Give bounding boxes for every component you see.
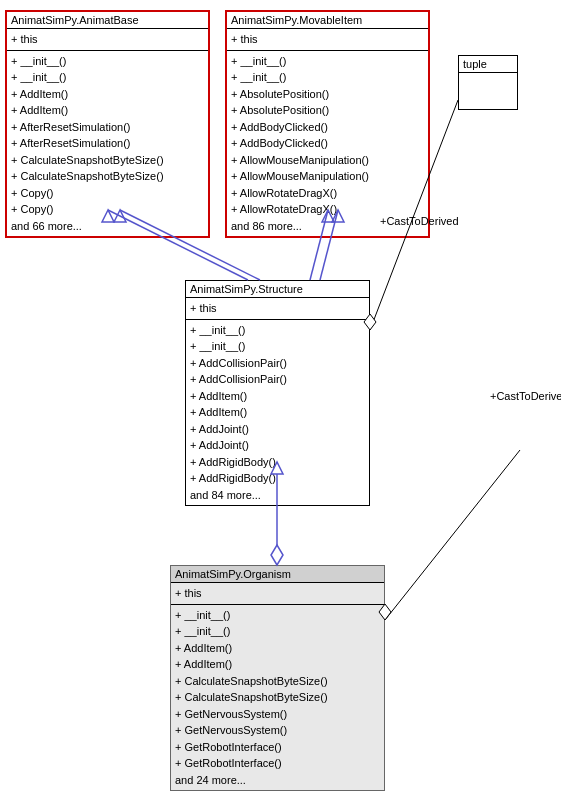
animatbase-title: AnimatSimPy.AnimatBase (7, 12, 208, 29)
organism-title: AnimatSimPy.Organism (171, 566, 384, 583)
structure-title: AnimatSimPy.Structure (186, 281, 369, 298)
organism-box: AnimatSimPy.Organism + this + __init__()… (170, 565, 385, 791)
structure-methods: + __init__() + __init__() + AddCollision… (186, 320, 369, 506)
diagram-container: AnimatSimPy.AnimatBase + this + __init__… (0, 0, 561, 795)
tuple-box: tuple (458, 55, 518, 110)
movableitem-box: AnimatSimPy.MovableItem + this + __init_… (225, 10, 430, 238)
animatbase-box: AnimatSimPy.AnimatBase + this + __init__… (5, 10, 210, 238)
organism-methods: + __init__() + __init__() + AddItem() + … (171, 605, 384, 791)
animatbase-methods: + __init__() + __init__() + AddItem() + … (7, 51, 208, 237)
movableitem-methods: + __init__() + __init__() + AbsolutePosi… (227, 51, 428, 237)
movableitem-title: AnimatSimPy.MovableItem (227, 12, 428, 29)
svg-marker-11 (271, 545, 283, 565)
structure-box: AnimatSimPy.Structure + this + __init__(… (185, 280, 370, 506)
structure-this: + this (186, 298, 369, 320)
svg-line-14 (385, 450, 520, 620)
tuple-title: tuple (459, 56, 517, 73)
movableitem-this: + this (227, 29, 428, 51)
animatbase-this: + this (7, 29, 208, 51)
cast-to-derived-label-2: +CastToDerived (490, 390, 561, 402)
cast-to-derived-label-1: +CastToDerived (380, 215, 459, 227)
organism-this: + this (171, 583, 384, 605)
